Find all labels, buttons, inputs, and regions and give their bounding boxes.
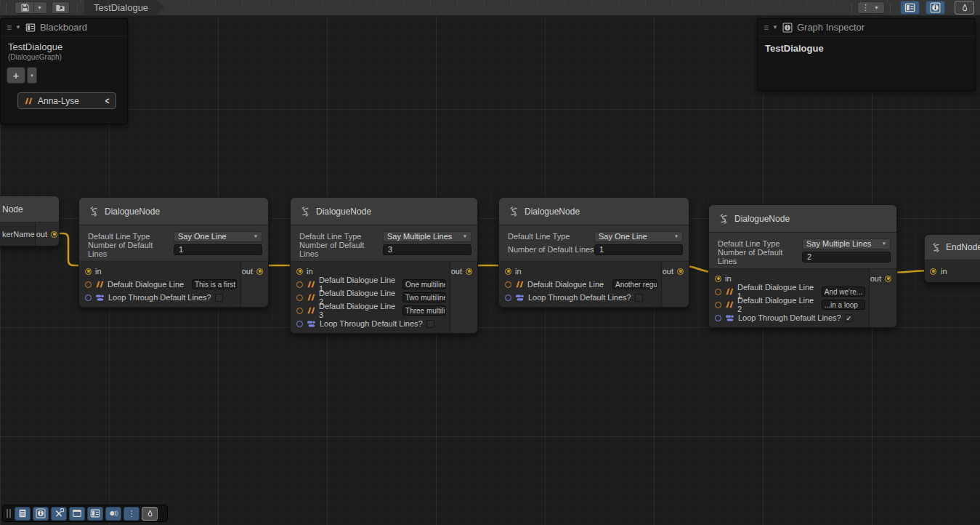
save-button[interactable]: [17, 3, 33, 12]
flame-button[interactable]: [142, 507, 158, 521]
options-dropdown-button[interactable]: ▼: [871, 5, 882, 10]
port-out[interactable]: [256, 268, 263, 275]
port-in[interactable]: [296, 268, 303, 275]
toolbar-separator: [77, 3, 78, 13]
inspector-header[interactable]: ≡ ▼ Graph Inspector: [758, 19, 975, 36]
loop-checkbox[interactable]: [635, 294, 643, 302]
num-lines-label: Number of Default Lines: [88, 241, 174, 258]
port-default-dialogue-line-1[interactable]: [296, 281, 303, 288]
port-out[interactable]: [51, 231, 57, 238]
loop-label: Loop Through Default Lines?: [738, 313, 841, 322]
quote-icon: [725, 301, 734, 308]
node-title: EndNode: [946, 242, 980, 252]
port-default-dialogue-line-2[interactable]: [296, 294, 303, 301]
start-node[interactable]: Node kerName out: [0, 196, 60, 247]
loop-label: Loop Through Default Lines?: [108, 293, 211, 302]
dialogue-line-input[interactable]: And we're...: [822, 286, 865, 297]
blackboard-graph-subtitle: (DialogueGraph): [1, 52, 127, 65]
caret-down-icon: ▼: [254, 234, 258, 239]
num-lines-input[interactable]: 3: [383, 244, 471, 255]
num-lines-input[interactable]: 1: [594, 244, 683, 255]
line-type-dropdown[interactable]: Say One Line ▼: [174, 231, 262, 242]
num-lines-label: Number of Default Lines: [508, 245, 594, 254]
dialogue-node-2[interactable]: DialogueNode Default Line Type Say Multi…: [290, 197, 478, 334]
audio-button[interactable]: [105, 507, 121, 521]
add-property-dropdown[interactable]: ▼: [27, 67, 37, 84]
blackboard-header[interactable]: ≡ ▼ Blackboard: [1, 19, 127, 36]
dialogue-node-4[interactable]: DialogueNode Default Line Type Say Multi…: [708, 204, 897, 328]
dialogue-line-input[interactable]: Three multilin: [402, 305, 446, 316]
port-default-dialogue-line-2[interactable]: [715, 302, 721, 308]
port-in[interactable]: [85, 268, 92, 275]
document-icon: [17, 508, 28, 518]
port-loop[interactable]: [296, 321, 303, 327]
port-loop[interactable]: [715, 315, 721, 321]
line-type-dropdown[interactable]: Say One Line ▼: [594, 231, 683, 242]
num-lines-input[interactable]: 2: [802, 252, 891, 262]
loop-checkbox[interactable]: [215, 294, 223, 302]
kebab-menu-button[interactable]: ⋮: [860, 4, 871, 12]
flame-icon: [145, 509, 155, 518]
dialogue-line-label: Default Dialogue Line: [527, 280, 604, 289]
blackboard-button[interactable]: [87, 507, 103, 521]
port-default-dialogue-line-3[interactable]: [296, 308, 303, 314]
line-type-label: Default Line Type: [508, 232, 594, 241]
dialogue-line-input[interactable]: ...in a loop: [822, 300, 865, 310]
port-loop[interactable]: [505, 294, 511, 301]
save-button-group: ▼: [15, 1, 47, 14]
loop-checkbox[interactable]: [426, 320, 434, 328]
dialogue-node-3[interactable]: DialogueNode Default Line Type Say One L…: [498, 197, 689, 308]
port-out[interactable]: [677, 268, 684, 275]
dialogue-line-input[interactable]: One multiline: [402, 279, 446, 289]
collapse-triangle-icon[interactable]: ▼: [15, 24, 21, 31]
tools-button[interactable]: [51, 507, 67, 521]
load-button[interactable]: [52, 1, 70, 14]
port-out[interactable]: [466, 268, 472, 275]
port-out[interactable]: [885, 276, 891, 282]
drag-handle-icon[interactable]: ≡: [764, 23, 768, 33]
num-lines-input[interactable]: 1: [174, 244, 262, 255]
dialogue-line-input[interactable]: Two multiline: [402, 292, 446, 302]
dialogue-line-input[interactable]: This is a first: [192, 279, 237, 289]
port-loop[interactable]: [85, 294, 92, 301]
add-property-button[interactable]: +: [7, 67, 25, 84]
in-port-label: in: [725, 274, 732, 283]
blackboard-field-anna-lyse[interactable]: Anna-Lyse <: [17, 92, 116, 109]
top-toolbar: ▼ TestDialogue ⋮ ▼: [0, 0, 980, 16]
line-type-value: Say Multiple Lines: [806, 239, 882, 248]
in-port-label: in: [941, 267, 947, 276]
inspector-button[interactable]: [33, 507, 49, 521]
options-button-group: ⋮ ▼: [857, 1, 885, 14]
toggle-inspector-button[interactable]: [926, 1, 945, 15]
port-in[interactable]: [505, 268, 511, 275]
graph-tab[interactable]: TestDialogue: [84, 0, 164, 16]
out-port-label: out: [451, 267, 462, 276]
in-port-label: in: [515, 267, 522, 276]
line-type-dropdown[interactable]: Say Multiple Lines ▼: [383, 231, 471, 242]
notes-button[interactable]: [15, 507, 31, 521]
dialogue-node-icon: [508, 206, 519, 217]
blackboard-icon: [90, 508, 100, 518]
quote-icon: [307, 294, 315, 301]
drag-handle-icon[interactable]: ≡: [7, 23, 11, 33]
port-in[interactable]: [930, 268, 936, 275]
port-default-dialogue-line-1[interactable]: [715, 289, 721, 295]
toggle-blackboard-button[interactable]: [900, 1, 920, 15]
line-type-dropdown[interactable]: Say Multiple Lines ▼: [802, 239, 891, 249]
port-default-dialogue-line[interactable]: [85, 281, 92, 288]
dialogue-node-1[interactable]: DialogueNode Default Line Type Say One L…: [78, 197, 269, 308]
end-node[interactable]: EndNode in: [924, 234, 980, 283]
collapse-triangle-icon[interactable]: ▼: [772, 24, 778, 31]
dialogue-line-input[interactable]: Another regu: [612, 279, 657, 289]
more-options-button[interactable]: ⋮: [123, 507, 139, 521]
save-dropdown-button[interactable]: ▼: [34, 5, 45, 10]
window-button[interactable]: [69, 507, 85, 521]
toggle-flame-button[interactable]: [955, 1, 974, 15]
blackboard-icon: [904, 2, 915, 13]
toolbar-drag-handle[interactable]: [7, 509, 11, 518]
blackboard-panel: ≡ ▼ Blackboard TestDialogue (DialogueGra…: [0, 18, 128, 124]
field-collapse-chevron[interactable]: <: [105, 96, 110, 106]
port-default-dialogue-line[interactable]: [505, 281, 511, 288]
port-in[interactable]: [715, 276, 721, 282]
loop-checkbox[interactable]: ✓: [845, 314, 853, 322]
